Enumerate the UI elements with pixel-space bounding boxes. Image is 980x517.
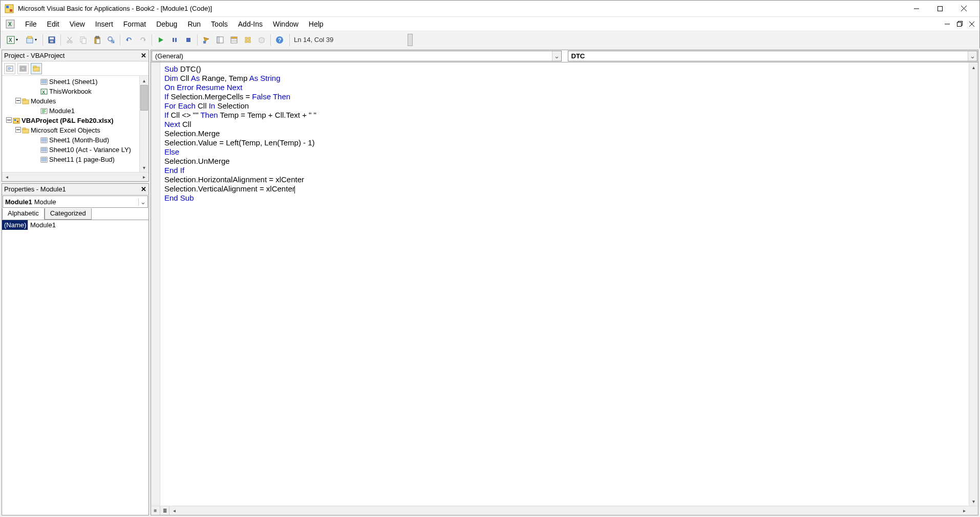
- code-margin[interactable]: [151, 62, 160, 506]
- code-bottom-bar: ≡ ≣ ◂ ▸: [151, 506, 978, 515]
- svg-rect-19: [50, 37, 54, 39]
- scroll-right-button[interactable]: ▸: [960, 506, 969, 515]
- tree-node[interactable]: VBAProject (P&L Feb20.xlsx): [5, 116, 139, 125]
- project-tree[interactable]: Sheet1 (Sheet1)XThisWorkbookModulesModul…: [2, 76, 139, 172]
- sheet-icon: [40, 146, 48, 154]
- svg-rect-37: [175, 38, 177, 42]
- reset-button[interactable]: [182, 34, 195, 46]
- mdi-restore-button[interactable]: [955, 19, 964, 29]
- svg-rect-40: [203, 41, 206, 44]
- design-mode-button[interactable]: [200, 34, 212, 46]
- tab-alphabetic[interactable]: Alphabetic: [2, 208, 45, 220]
- cut-button[interactable]: [63, 34, 76, 46]
- code-editor[interactable]: Sub DTC()Dim Cll As Range, Temp As Strin…: [160, 62, 969, 506]
- tree-node[interactable]: Microsoft Excel Objects: [5, 125, 139, 135]
- project-explorer-button[interactable]: [214, 34, 226, 46]
- toolbox-button[interactable]: [255, 34, 268, 46]
- svg-point-24: [70, 41, 72, 43]
- titlebar: Microsoft Visual Basic for Applications …: [1, 1, 979, 17]
- menu-insert[interactable]: Insert: [90, 18, 118, 30]
- svg-rect-20: [50, 40, 53, 42]
- run-button[interactable]: [155, 34, 167, 46]
- redo-button[interactable]: [137, 34, 149, 46]
- properties-panel-close-icon[interactable]: ✕: [141, 185, 146, 193]
- menu-window[interactable]: Window: [268, 18, 304, 30]
- properties-grid[interactable]: (Name)Module1: [2, 220, 148, 515]
- save-button[interactable]: [46, 34, 58, 46]
- tree-node[interactable]: Sheet1 (Month-Bud): [5, 135, 139, 145]
- maximize-button[interactable]: [928, 1, 952, 16]
- paste-button[interactable]: [91, 34, 103, 46]
- svg-rect-48: [248, 37, 250, 39]
- tree-node[interactable]: Modules: [5, 96, 139, 106]
- scroll-left-button[interactable]: ◂: [169, 506, 179, 515]
- tab-categorized[interactable]: Categorized: [45, 208, 92, 220]
- svg-rect-79: [13, 118, 19, 123]
- svg-point-23: [67, 41, 69, 43]
- menu-tools[interactable]: Tools: [206, 18, 233, 30]
- vba-icon: [12, 117, 20, 124]
- project-panel-close-icon[interactable]: ✕: [141, 52, 146, 59]
- wb-icon: X: [40, 88, 48, 95]
- full-module-view-button[interactable]: ≣: [160, 506, 169, 515]
- properties-tabs: Alphabetic Categorized: [2, 208, 148, 220]
- svg-rect-2: [10, 9, 12, 12]
- view-object-button[interactable]: [17, 63, 29, 74]
- property-row[interactable]: (Name)Module1: [2, 220, 148, 230]
- mdi-close-button[interactable]: [967, 19, 976, 29]
- find-button[interactable]: [105, 34, 117, 46]
- minimize-button[interactable]: [905, 1, 928, 16]
- procedure-view-button[interactable]: ≡: [151, 506, 160, 515]
- svg-text:X: X: [8, 21, 12, 27]
- project-vertical-scrollbar[interactable]: ▴ ▾: [139, 76, 148, 172]
- mdi-minimize-button[interactable]: [943, 19, 952, 29]
- copy-button[interactable]: [77, 34, 90, 46]
- svg-text:X: X: [42, 90, 45, 95]
- code-horizontal-scrollbar[interactable]: [179, 506, 960, 515]
- object-browser-button[interactable]: [242, 34, 254, 46]
- svg-rect-50: [248, 40, 250, 42]
- insert-button[interactable]: ▾: [23, 34, 40, 46]
- chevron-down-icon: ⌄: [968, 51, 977, 61]
- object-dropdown-value: (General): [152, 52, 186, 60]
- procedure-dropdown[interactable]: DTC ⌄: [568, 51, 978, 61]
- tree-node[interactable]: XThisWorkbook: [5, 87, 139, 96]
- code-vertical-scrollbar[interactable]: ▴ ▾: [969, 62, 978, 506]
- svg-rect-80: [14, 119, 16, 121]
- menu-view[interactable]: View: [65, 18, 90, 30]
- properties-panel-title: Properties - Module1 ✕: [2, 184, 148, 195]
- undo-button[interactable]: [123, 34, 135, 46]
- menu-format[interactable]: Format: [118, 18, 151, 30]
- tree-node[interactable]: Sheet1 (Sheet1): [5, 77, 139, 87]
- menu-edit[interactable]: Edit: [42, 18, 65, 30]
- svg-rect-11: [957, 23, 961, 27]
- svg-rect-17: [28, 36, 32, 38]
- menu-help[interactable]: Help: [304, 18, 329, 30]
- view-excel-button[interactable]: X▾: [4, 34, 21, 46]
- svg-rect-60: [33, 66, 36, 68]
- break-button[interactable]: [168, 34, 181, 46]
- svg-rect-28: [96, 36, 99, 38]
- svg-rect-36: [173, 38, 174, 42]
- toggle-folders-button[interactable]: [31, 63, 42, 74]
- sheet-icon: [40, 137, 48, 144]
- view-code-button[interactable]: [4, 63, 15, 74]
- menu-debug[interactable]: Debug: [151, 18, 182, 30]
- close-button[interactable]: [952, 1, 975, 16]
- window-title: Microsoft Visual Basic for Applications …: [18, 5, 905, 12]
- svg-rect-1: [6, 6, 9, 8]
- toolbar-overflow[interactable]: [408, 34, 413, 46]
- help-button[interactable]: ?: [273, 34, 286, 46]
- tree-node[interactable]: Sheet11 (1 page-Bud): [5, 155, 139, 164]
- menu-file[interactable]: File: [20, 18, 42, 30]
- object-dropdown[interactable]: (General) ⌄: [152, 51, 562, 61]
- tree-node[interactable]: Sheet10 (Act - Variance LY): [5, 145, 139, 155]
- menu-run[interactable]: Run: [182, 18, 206, 30]
- project-horizontal-scrollbar[interactable]: ◂▸: [2, 172, 148, 181]
- svg-rect-4: [938, 6, 943, 11]
- properties-object-selector[interactable]: Module1 Module ⌄: [3, 196, 148, 208]
- tree-node[interactable]: Module1: [5, 106, 139, 116]
- menu-addins[interactable]: Add-Ins: [233, 18, 268, 30]
- svg-rect-58: [21, 67, 25, 70]
- properties-window-button[interactable]: [228, 34, 240, 46]
